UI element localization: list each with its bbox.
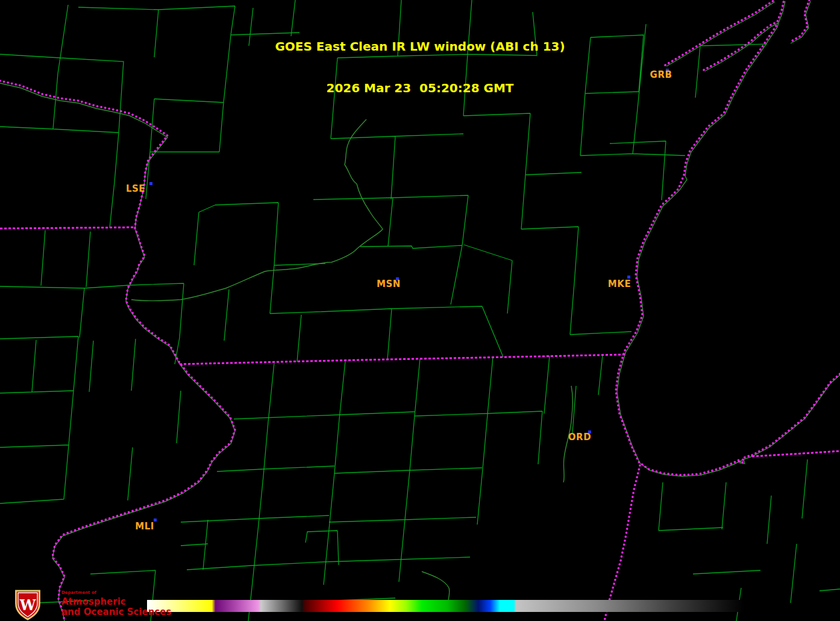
wisconsin-river bbox=[131, 119, 383, 301]
title-line-1: GOES East Clean IR LW window (ABI ch 13) bbox=[0, 40, 840, 54]
illinois-indiana-border bbox=[604, 465, 640, 621]
logo-name-line1: Atmospheric bbox=[61, 597, 171, 607]
title-line-2: 2026 Mar 23 05:20:28 GMT bbox=[0, 81, 840, 95]
county-lines-illinois-horizontal bbox=[151, 386, 576, 609]
goes-satellite-viewer: { "header": { "title_line1": "GOES East … bbox=[0, 0, 840, 621]
wisconsin-illinois-border bbox=[180, 355, 625, 364]
minnesota-iowa-border bbox=[0, 227, 134, 229]
uw-aos-logo: W Department of Atmospheric and Oceanic … bbox=[5, 589, 171, 621]
image-title: GOES East Clean IR LW window (ABI ch 13)… bbox=[0, 12, 840, 109]
station-label-lse: LSE bbox=[126, 183, 145, 194]
station-label-ord: ORD bbox=[568, 432, 591, 443]
crest-monogram: W bbox=[19, 597, 36, 614]
logo-text: Department of Atmospheric and Oceanic Sc… bbox=[61, 591, 171, 617]
logo-dept-label: Department of bbox=[61, 591, 171, 595]
station-label-msn: MSN bbox=[377, 279, 401, 289]
lake-michigan-east-shore-border bbox=[752, 374, 840, 455]
county-lines-illinois-vertical bbox=[248, 355, 603, 621]
station-label-mke: MKE bbox=[608, 279, 631, 289]
county-lines-southeast bbox=[659, 459, 840, 621]
temperature-colorbar bbox=[147, 600, 747, 612]
uw-crest-icon: W bbox=[5, 589, 51, 621]
station-label-mli: MLI bbox=[135, 521, 154, 532]
county-lines-iowa bbox=[0, 230, 181, 503]
michigan-indiana-border bbox=[752, 451, 840, 456]
station-dot-lse bbox=[149, 182, 152, 185]
county-lines-center bbox=[130, 172, 632, 364]
logo-name-line2: and Oceanic Sciences bbox=[61, 607, 171, 617]
